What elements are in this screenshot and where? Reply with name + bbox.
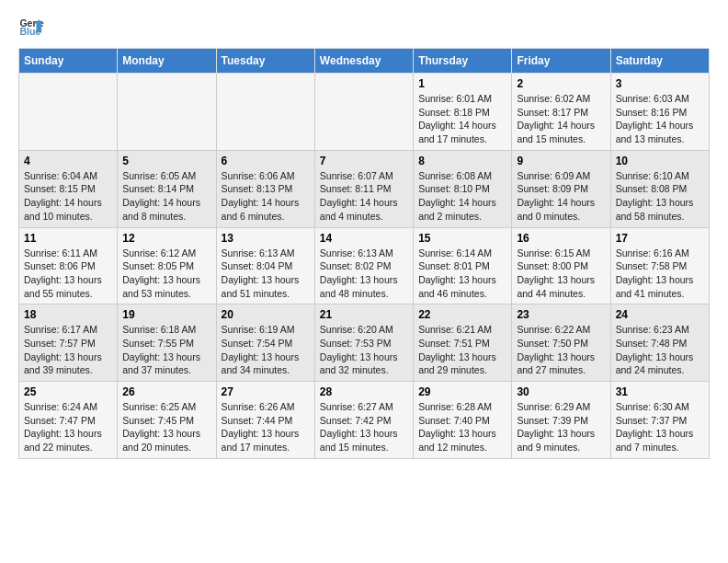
day-info: Sunrise: 6:05 AM Sunset: 8:14 PM Dayligh… (122, 169, 210, 224)
day-info: Sunrise: 6:21 AM Sunset: 7:51 PM Dayligh… (418, 323, 506, 377)
day-number: 9 (517, 155, 605, 167)
day-number: 15 (418, 232, 506, 245)
calendar-week-3: 11Sunrise: 6:11 AM Sunset: 8:06 PM Dayli… (19, 227, 710, 304)
day-info: Sunrise: 6:14 AM Sunset: 8:01 PM Dayligh… (418, 247, 506, 301)
day-number: 11 (24, 232, 112, 245)
day-info: Sunrise: 6:22 AM Sunset: 7:50 PM Dayligh… (517, 323, 605, 377)
weekday-header-sunday: Sunday (19, 49, 118, 74)
day-info: Sunrise: 6:23 AM Sunset: 7:48 PM Dayligh… (616, 323, 704, 377)
calendar-cell: 22Sunrise: 6:21 AM Sunset: 7:51 PM Dayli… (414, 304, 512, 382)
day-number: 14 (320, 232, 408, 245)
day-number: 4 (24, 155, 112, 167)
calendar-body: 1Sunrise: 6:01 AM Sunset: 8:18 PM Daylig… (19, 74, 710, 459)
calendar-cell: 5Sunrise: 6:05 AM Sunset: 8:14 PM Daylig… (118, 150, 216, 227)
calendar-cell: 21Sunrise: 6:20 AM Sunset: 7:53 PM Dayli… (314, 304, 413, 382)
calendar-cell: 10Sunrise: 6:10 AM Sunset: 8:08 PM Dayli… (610, 150, 709, 227)
calendar-week-2: 4Sunrise: 6:04 AM Sunset: 8:15 PM Daylig… (19, 150, 710, 227)
day-info: Sunrise: 6:29 AM Sunset: 7:39 PM Dayligh… (517, 400, 605, 454)
calendar-cell: 1Sunrise: 6:01 AM Sunset: 8:18 PM Daylig… (414, 74, 512, 151)
day-info: Sunrise: 6:13 AM Sunset: 8:04 PM Dayligh… (222, 247, 310, 301)
day-number: 25 (24, 385, 112, 398)
calendar-cell: 26Sunrise: 6:25 AM Sunset: 7:45 PM Dayli… (118, 382, 216, 459)
day-number: 3 (616, 77, 704, 90)
day-info: Sunrise: 6:26 AM Sunset: 7:44 PM Dayligh… (222, 400, 310, 454)
day-number: 27 (222, 385, 310, 398)
day-number: 19 (122, 308, 210, 321)
calendar-cell: 30Sunrise: 6:29 AM Sunset: 7:39 PM Dayli… (512, 382, 610, 459)
calendar-cell: 13Sunrise: 6:13 AM Sunset: 8:04 PM Dayli… (216, 227, 314, 304)
day-info: Sunrise: 6:10 AM Sunset: 8:08 PM Dayligh… (616, 169, 704, 224)
day-number: 13 (222, 232, 310, 245)
calendar-cell: 6Sunrise: 6:06 AM Sunset: 8:13 PM Daylig… (216, 150, 314, 227)
weekday-header-thursday: Thursday (414, 49, 512, 74)
calendar-cell: 29Sunrise: 6:28 AM Sunset: 7:40 PM Dayli… (414, 382, 512, 459)
calendar-cell: 9Sunrise: 6:09 AM Sunset: 8:09 PM Daylig… (512, 150, 610, 227)
calendar-cell: 3Sunrise: 6:03 AM Sunset: 8:16 PM Daylig… (610, 74, 709, 151)
calendar-week-1: 1Sunrise: 6:01 AM Sunset: 8:18 PM Daylig… (19, 74, 710, 151)
day-number: 24 (616, 308, 704, 321)
calendar-cell: 17Sunrise: 6:16 AM Sunset: 7:58 PM Dayli… (610, 227, 709, 304)
calendar-cell: 16Sunrise: 6:15 AM Sunset: 8:00 PM Dayli… (512, 227, 610, 304)
calendar-cell: 12Sunrise: 6:12 AM Sunset: 8:05 PM Dayli… (118, 227, 216, 304)
calendar-cell: 31Sunrise: 6:30 AM Sunset: 7:37 PM Dayli… (610, 382, 709, 459)
day-info: Sunrise: 6:01 AM Sunset: 8:18 PM Dayligh… (418, 92, 506, 146)
weekday-header-wednesday: Wednesday (314, 49, 413, 74)
day-number: 7 (320, 155, 408, 167)
day-info: Sunrise: 6:30 AM Sunset: 7:37 PM Dayligh… (616, 400, 704, 454)
calendar-table: SundayMondayTuesdayWednesdayThursdayFrid… (18, 48, 710, 459)
day-number: 29 (418, 385, 506, 398)
day-number: 16 (517, 232, 605, 245)
day-number: 17 (616, 232, 704, 245)
calendar-cell: 14Sunrise: 6:13 AM Sunset: 8:02 PM Dayli… (314, 227, 413, 304)
calendar-cell: 15Sunrise: 6:14 AM Sunset: 8:01 PM Dayli… (414, 227, 512, 304)
calendar-cell: 28Sunrise: 6:27 AM Sunset: 7:42 PM Dayli… (314, 382, 413, 459)
day-number: 5 (122, 155, 210, 167)
calendar-cell: 18Sunrise: 6:17 AM Sunset: 7:57 PM Dayli… (19, 304, 118, 382)
day-info: Sunrise: 6:13 AM Sunset: 8:02 PM Dayligh… (320, 247, 408, 301)
calendar-cell (118, 74, 216, 151)
day-info: Sunrise: 6:09 AM Sunset: 8:09 PM Dayligh… (517, 169, 605, 224)
day-info: Sunrise: 6:24 AM Sunset: 7:47 PM Dayligh… (24, 400, 112, 454)
calendar-cell: 24Sunrise: 6:23 AM Sunset: 7:48 PM Dayli… (610, 304, 709, 382)
weekday-header-friday: Friday (512, 49, 610, 74)
calendar-cell: 11Sunrise: 6:11 AM Sunset: 8:06 PM Dayli… (19, 227, 118, 304)
calendar-cell: 25Sunrise: 6:24 AM Sunset: 7:47 PM Dayli… (19, 382, 118, 459)
day-number: 26 (122, 385, 210, 398)
calendar-cell: 20Sunrise: 6:19 AM Sunset: 7:54 PM Dayli… (216, 304, 314, 382)
calendar-header: SundayMondayTuesdayWednesdayThursdayFrid… (19, 49, 710, 74)
day-number: 23 (517, 308, 605, 321)
calendar-cell (216, 74, 314, 151)
calendar-cell (314, 74, 413, 151)
weekday-header-saturday: Saturday (610, 49, 709, 74)
day-info: Sunrise: 6:17 AM Sunset: 7:57 PM Dayligh… (24, 323, 112, 377)
calendar-cell: 8Sunrise: 6:08 AM Sunset: 8:10 PM Daylig… (414, 150, 512, 227)
day-number: 28 (320, 385, 408, 398)
day-number: 10 (616, 155, 704, 167)
day-number: 12 (122, 232, 210, 245)
day-info: Sunrise: 6:28 AM Sunset: 7:40 PM Dayligh… (418, 400, 506, 454)
day-number: 20 (222, 308, 310, 321)
weekday-header-tuesday: Tuesday (216, 49, 314, 74)
day-info: Sunrise: 6:02 AM Sunset: 8:17 PM Dayligh… (517, 92, 605, 146)
day-info: Sunrise: 6:20 AM Sunset: 7:53 PM Dayligh… (320, 323, 408, 377)
day-info: Sunrise: 6:06 AM Sunset: 8:13 PM Dayligh… (222, 169, 310, 224)
day-info: Sunrise: 6:03 AM Sunset: 8:16 PM Dayligh… (616, 92, 704, 146)
day-info: Sunrise: 6:18 AM Sunset: 7:55 PM Dayligh… (122, 323, 210, 377)
day-info: Sunrise: 6:27 AM Sunset: 7:42 PM Dayligh… (320, 400, 408, 454)
day-number: 8 (418, 155, 506, 167)
weekday-header-row: SundayMondayTuesdayWednesdayThursdayFrid… (19, 49, 710, 74)
calendar-week-5: 25Sunrise: 6:24 AM Sunset: 7:47 PM Dayli… (19, 382, 710, 459)
day-number: 1 (418, 77, 506, 90)
day-info: Sunrise: 6:19 AM Sunset: 7:54 PM Dayligh… (222, 323, 310, 377)
day-number: 30 (517, 385, 605, 398)
day-number: 6 (222, 155, 310, 167)
calendar-cell: 23Sunrise: 6:22 AM Sunset: 7:50 PM Dayli… (512, 304, 610, 382)
calendar-cell: 2Sunrise: 6:02 AM Sunset: 8:17 PM Daylig… (512, 74, 610, 151)
logo-icon: General Blue (18, 15, 44, 40)
day-info: Sunrise: 6:11 AM Sunset: 8:06 PM Dayligh… (24, 247, 112, 301)
day-info: Sunrise: 6:12 AM Sunset: 8:05 PM Dayligh… (122, 247, 210, 301)
day-number: 22 (418, 308, 506, 321)
day-number: 18 (24, 308, 112, 321)
day-info: Sunrise: 6:08 AM Sunset: 8:10 PM Dayligh… (418, 169, 506, 224)
calendar-week-4: 18Sunrise: 6:17 AM Sunset: 7:57 PM Dayli… (19, 304, 710, 382)
